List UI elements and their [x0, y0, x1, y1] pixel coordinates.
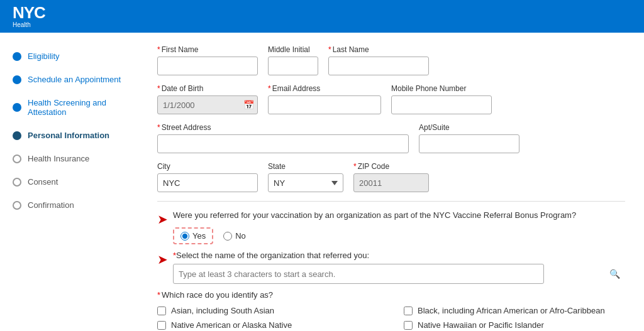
sidebar-label-health-insurance: Health Insurance — [28, 154, 89, 163]
zip-input[interactable] — [353, 173, 429, 192]
first-name-group: *First Name — [157, 45, 258, 75]
sidebar-dot-personal-info — [13, 131, 21, 140]
search-icon: 🔍 — [609, 269, 620, 279]
race-grid: Asian, including South Asian Black, incl… — [157, 306, 625, 331]
sidebar-dot-health-screening — [13, 103, 21, 112]
yes-option[interactable]: Yes — [173, 227, 213, 244]
arrow-icon-referred: ➤ — [157, 212, 168, 227]
mobile-input[interactable] — [391, 95, 492, 114]
email-input[interactable] — [268, 95, 381, 114]
sidebar-item-personal-info[interactable]: Personal Information — [13, 131, 126, 140]
org-search-row: ➤ *Select the name of the organization t… — [157, 251, 625, 284]
sidebar-label-confirmation: Confirmation — [28, 200, 74, 210]
first-name-label: *First Name — [157, 45, 258, 54]
sidebar: Eligibility Schedule an Appointment Heal… — [0, 33, 138, 331]
referred-radio-group: Yes No — [173, 227, 625, 244]
race-option-asian[interactable]: Asian, including South Asian — [157, 306, 379, 315]
city-label: City — [157, 162, 258, 171]
sidebar-label-consent: Consent — [28, 177, 58, 187]
sidebar-label-personal-info: Personal Information — [28, 131, 109, 140]
sidebar-item-schedule[interactable]: Schedule an Appointment — [13, 75, 126, 84]
first-name-input[interactable] — [157, 57, 258, 75]
race-label-asian: Asian, including South Asian — [171, 306, 274, 315]
apt-label: Apt/Suite — [419, 123, 519, 132]
org-search-input[interactable] — [173, 264, 544, 284]
zip-group: *ZIP Code — [353, 162, 429, 192]
form-content: *First Name Middle Initial *Last Name — [138, 33, 644, 331]
city-group: City — [157, 162, 258, 192]
mobile-group: Mobile Phone Number — [391, 84, 492, 114]
middle-initial-group: Middle Initial — [268, 45, 318, 75]
city-input[interactable] — [157, 173, 258, 192]
dob-label: *Date of Birth — [157, 84, 258, 93]
sidebar-item-confirmation[interactable]: Confirmation — [13, 200, 126, 210]
referred-row: ➤ Were you referred for your vaccination… — [157, 210, 625, 244]
org-label: *Select the name of the organization tha… — [173, 251, 625, 260]
state-label: State — [268, 162, 343, 171]
race-label-black: Black, including African American or Afr… — [418, 306, 605, 315]
middle-initial-input[interactable] — [268, 57, 318, 75]
no-label: No — [235, 231, 246, 241]
zip-label: *ZIP Code — [353, 162, 429, 171]
last-name-label: *Last Name — [328, 45, 429, 54]
sidebar-dot-eligibility — [13, 52, 21, 61]
last-name-group: *Last Name — [328, 45, 429, 75]
race-option-native-american[interactable]: Native American or Alaska Native — [157, 320, 379, 330]
race-option-native-hawaiian[interactable]: Native Hawaiian or Pacific Islander — [404, 320, 625, 330]
nyc-logo-sub: Health — [13, 21, 31, 28]
sidebar-dot-schedule — [13, 75, 21, 84]
street-group: *Street Address — [157, 123, 409, 153]
no-radio[interactable] — [223, 232, 232, 241]
sidebar-label-health-screening: Health Screening and Attestation — [28, 98, 126, 117]
sidebar-label-schedule: Schedule an Appointment — [28, 75, 121, 84]
nyc-logo: NYC Health — [13, 4, 45, 28]
race-section-title: *Which race do you identify as? — [157, 290, 625, 300]
arrow-icon-org: ➤ — [157, 252, 168, 267]
state-group: State NY NJ CT — [268, 162, 343, 192]
last-name-input[interactable] — [328, 57, 429, 75]
state-select[interactable]: NY NJ CT — [268, 173, 343, 192]
city-state-zip-row: City State NY NJ CT *ZIP Code — [157, 162, 625, 192]
app-header: NYC Health — [0, 0, 644, 33]
sidebar-item-consent[interactable]: Consent — [13, 177, 126, 187]
dob-email-row: *Date of Birth 📅 *Email Address Mobile P… — [157, 84, 625, 114]
address-row: *Street Address Apt/Suite — [157, 123, 625, 153]
middle-initial-label: Middle Initial — [268, 45, 318, 54]
sidebar-item-eligibility[interactable]: Eligibility — [13, 52, 126, 61]
yes-radio[interactable] — [180, 232, 189, 241]
race-label-native-hawaiian: Native Hawaiian or Pacific Islander — [418, 320, 544, 330]
email-label: *Email Address — [268, 84, 381, 93]
referred-question-text: Were you referred for your vaccination b… — [173, 210, 625, 220]
no-option[interactable]: No — [223, 231, 246, 241]
race-option-black[interactable]: Black, including African American or Afr… — [404, 306, 625, 315]
mobile-label: Mobile Phone Number — [391, 84, 492, 93]
apt-input[interactable] — [419, 134, 519, 153]
sidebar-dot-health-insurance — [13, 155, 21, 163]
race-section: *Which race do you identify as? Asian, i… — [157, 290, 625, 331]
nyc-logo-text: NYC — [13, 4, 45, 21]
yes-label: Yes — [192, 231, 206, 241]
apt-group: Apt/Suite — [419, 123, 519, 153]
race-checkbox-native-hawaiian[interactable] — [404, 321, 413, 330]
sidebar-item-health-screening[interactable]: Health Screening and Attestation — [13, 98, 126, 117]
email-group: *Email Address — [268, 84, 381, 114]
sidebar-dot-confirmation — [13, 201, 21, 210]
sidebar-dot-consent — [13, 178, 21, 187]
sidebar-item-health-insurance[interactable]: Health Insurance — [13, 154, 126, 163]
street-label: *Street Address — [157, 123, 409, 132]
dob-input[interactable] — [157, 95, 258, 114]
name-row: *First Name Middle Initial *Last Name — [157, 45, 625, 75]
street-input[interactable] — [157, 134, 409, 153]
org-search-wrap: 🔍 — [173, 264, 625, 284]
race-checkbox-black[interactable] — [404, 307, 413, 315]
race-checkbox-native-american[interactable] — [157, 321, 166, 330]
dob-group: *Date of Birth 📅 — [157, 84, 258, 114]
sidebar-label-eligibility: Eligibility — [28, 52, 60, 61]
race-checkbox-asian[interactable] — [157, 307, 166, 315]
race-label-native-american: Native American or Alaska Native — [171, 320, 292, 330]
